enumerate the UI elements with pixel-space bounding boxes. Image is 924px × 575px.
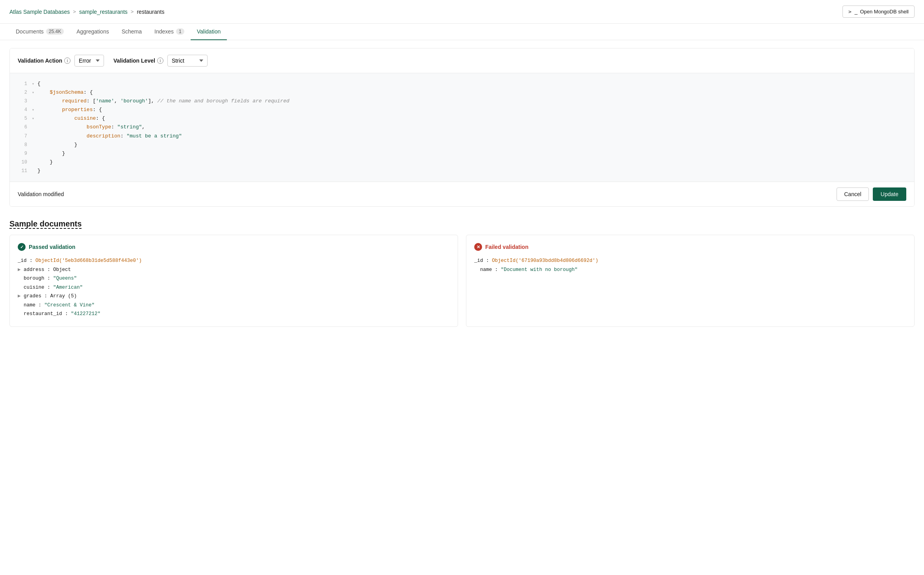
main-content: Validation Action i Error Warn Validatio… xyxy=(0,40,924,335)
passed-doc-code: _id : ObjectId('5eb3d668b31de5d588f443e0… xyxy=(18,256,450,319)
breadcrumb-sep-2: > xyxy=(131,9,134,15)
shell-icon: > _ xyxy=(848,9,857,15)
passed-header: ✓ Passed validation xyxy=(18,243,450,251)
passed-field-restaurant-id: restaurant_id : "41227212" xyxy=(18,310,450,319)
passed-field-id: _id : ObjectId('5eb3d668b31de5d588f443e0… xyxy=(18,256,450,265)
validation-level-select[interactable]: Strict Moderate Off xyxy=(167,55,208,67)
passed-field-borough: borough : "Queens" xyxy=(18,274,450,283)
passed-field-cuisine: cuisine : "American" xyxy=(18,283,450,292)
code-line-9: 9 } xyxy=(18,149,906,158)
validation-level-field: Validation Level i Strict Moderate Off xyxy=(113,55,208,67)
code-line-10: 10 } xyxy=(18,158,906,167)
breadcrumb: Atlas Sample Databases > sample_restaura… xyxy=(9,9,165,15)
failed-header: ✕ Failed validation xyxy=(474,243,906,251)
code-line-4: 4 ▾ properties: { xyxy=(18,106,906,114)
passed-label: Passed validation xyxy=(29,244,75,250)
cancel-button[interactable]: Cancel xyxy=(837,187,869,201)
validation-level-info-icon[interactable]: i xyxy=(157,58,163,64)
code-line-3: 3 required: ['name', 'borough'], // the … xyxy=(18,97,906,106)
tab-indexes[interactable]: Indexes 1 xyxy=(148,24,191,40)
passed-field-grades: ▶ grades : Array (5) xyxy=(18,292,450,301)
tab-validation[interactable]: Validation xyxy=(191,24,227,40)
footer-actions: Cancel Update xyxy=(837,187,906,201)
open-shell-button[interactable]: > _ Open MongoDB shell xyxy=(842,6,915,18)
validation-level-label: Validation Level i xyxy=(113,58,163,64)
tab-aggregations[interactable]: Aggregations xyxy=(70,24,115,40)
code-line-5: 5 ▾ cuisine: { xyxy=(18,114,906,123)
tab-documents[interactable]: Documents 25.4K xyxy=(9,24,70,40)
validation-header: Validation Action i Error Warn Validatio… xyxy=(10,48,914,73)
code-line-6: 6 bsonType: "string", xyxy=(18,123,906,132)
update-button[interactable]: Update xyxy=(873,187,906,201)
failed-validation-card: ✕ Failed validation _id : ObjectId('6719… xyxy=(466,235,915,327)
breadcrumb-sep-1: > xyxy=(73,9,76,15)
sample-docs-grid: ✓ Passed validation _id : ObjectId('5eb3… xyxy=(9,235,915,327)
validation-card: Validation Action i Error Warn Validatio… xyxy=(9,48,915,207)
validation-status: Validation modified xyxy=(18,191,64,197)
passed-field-address: ▶ address : Object xyxy=(18,265,450,275)
failed-label: Failed validation xyxy=(485,244,529,250)
breadcrumb-collection: restaurants xyxy=(137,9,164,15)
code-line-11: 11 } xyxy=(18,167,906,175)
pass-icon: ✓ xyxy=(18,243,26,251)
breadcrumb-atlas[interactable]: Atlas Sample Databases xyxy=(9,9,70,15)
failed-doc-code: _id : ObjectId('67190a93bdd8b4d806d6692d… xyxy=(474,256,906,274)
failed-field-name: name : "Document with no borough" xyxy=(474,265,906,275)
validation-action-field: Validation Action i Error Warn xyxy=(18,55,104,67)
validation-action-label: Validation Action i xyxy=(18,58,71,64)
validation-footer: Validation modified Cancel Update xyxy=(10,182,914,206)
breadcrumb-db[interactable]: sample_restaurants xyxy=(79,9,128,15)
validation-action-info-icon[interactable]: i xyxy=(64,58,71,64)
code-line-1: 1 ▾ { xyxy=(18,80,906,88)
tab-indexes-badge: 1 xyxy=(176,28,184,35)
tab-schema[interactable]: Schema xyxy=(115,24,148,40)
code-line-7: 7 description: "must be a string" xyxy=(18,132,906,141)
sample-docs-title: Sample documents xyxy=(9,219,915,228)
top-nav: Atlas Sample Databases > sample_restaura… xyxy=(0,0,924,24)
code-editor[interactable]: 1 ▾ { 2 ▾ $jsonSchema: { 3 required: ['n… xyxy=(10,73,914,182)
failed-field-id: _id : ObjectId('67190a93bdd8b4d806d6692d… xyxy=(474,256,906,265)
tabs-bar: Documents 25.4K Aggregations Schema Inde… xyxy=(0,24,924,40)
tab-documents-badge: 25.4K xyxy=(46,28,64,35)
passed-validation-card: ✓ Passed validation _id : ObjectId('5eb3… xyxy=(9,235,458,327)
passed-field-name: name : "Crescent & Vine" xyxy=(18,301,450,310)
sample-docs-section: Sample documents ✓ Passed validation _id… xyxy=(9,219,915,327)
validation-action-select[interactable]: Error Warn xyxy=(74,55,104,67)
code-line-2: 2 ▾ $jsonSchema: { xyxy=(18,88,906,97)
code-line-8: 8 } xyxy=(18,141,906,149)
fail-icon: ✕ xyxy=(474,243,482,251)
